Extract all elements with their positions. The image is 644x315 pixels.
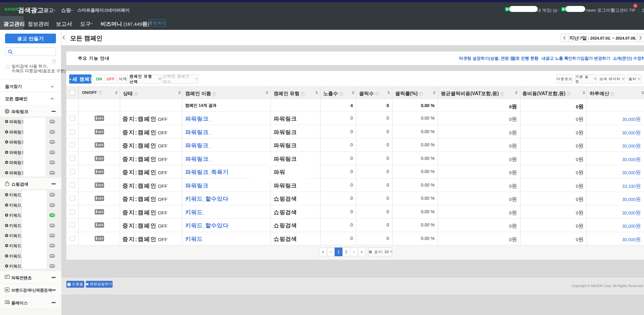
svg-text:B: B [6,288,8,291]
